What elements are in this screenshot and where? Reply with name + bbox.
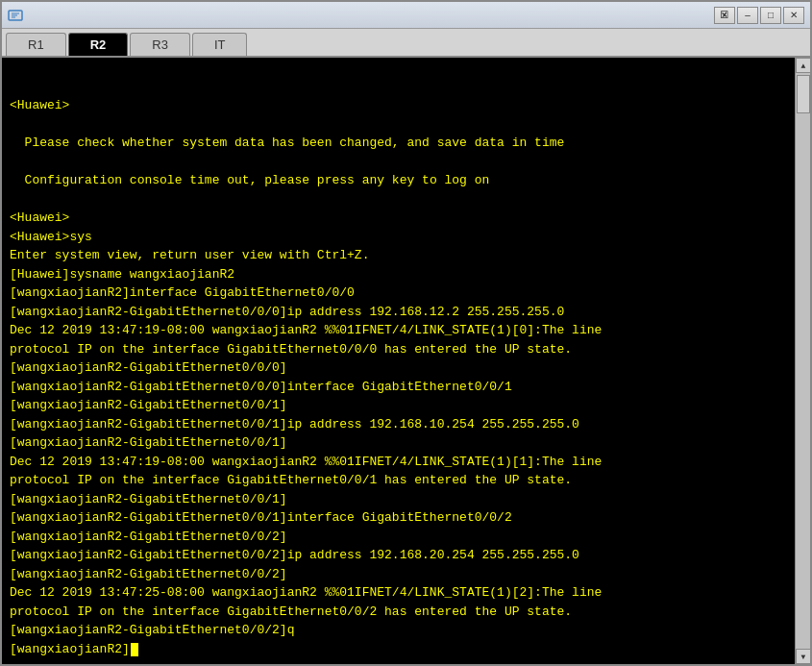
terminal-line: protocol IP on the interface GigabitEthe… <box>10 603 787 622</box>
cursor <box>131 643 138 656</box>
terminal-line: <Huawei> <box>10 209 787 228</box>
terminal-line: protocol IP on the interface GigabitEthe… <box>10 471 787 490</box>
terminal-line: Dec 12 2019 13:47:25-08:00 wangxiaojianR… <box>10 583 787 603</box>
title-bar: 🗷 – □ ✕ <box>2 2 810 29</box>
tab-bar: R1 R2 R3 IT <box>2 29 810 58</box>
terminal-line: [wangxiaojianR2-GigabitEthernet0/0/1] <box>10 433 787 453</box>
terminal-line <box>10 153 787 172</box>
terminal-line: protocol IP on the interface GigabitEthe… <box>10 340 787 359</box>
app-icon <box>8 8 23 23</box>
terminal-line: [wangxiaojianR2-GigabitEthernet0/0/0]ip … <box>10 303 787 322</box>
terminal-line: [wangxiaojianR2-GigabitEthernet0/0/2] <box>10 528 787 547</box>
terminal-line: [wangxiaojianR2-GigabitEthernet0/0/1] <box>10 396 787 415</box>
terminal-line: [wangxiaojianR2-GigabitEthernet0/0/2]ip … <box>10 546 787 565</box>
terminal-line: [Huawei]sysname wangxiaojianR2 <box>10 265 787 284</box>
terminal-line: <Huawei>sys <box>10 228 787 247</box>
terminal-line: Dec 12 2019 13:47:19-08:00 wangxiaojianR… <box>10 453 787 472</box>
main-window: 🗷 – □ ✕ R1 R2 R3 IT <Huawei> Please chec… <box>0 0 812 666</box>
terminal-line: [wangxiaojianR2-GigabitEthernet0/0/1]int… <box>10 508 787 528</box>
title-buttons: 🗷 – □ ✕ <box>714 7 804 24</box>
terminal-line: [wangxiaojianR2-GigabitEthernet0/0/0] <box>10 358 787 378</box>
terminal-line: [wangxiaojianR2-GigabitEthernet0/0/0]int… <box>10 378 787 397</box>
terminal-line: [wangxiaojianR2]interface GigabitEtherne… <box>10 284 787 303</box>
terminal-output[interactable]: <Huawei> Please check whether system dat… <box>2 58 795 664</box>
terminal-line: Please check whether system data has bee… <box>10 134 787 153</box>
terminal-line: Configuration console time out, please p… <box>10 171 787 190</box>
tab-r2[interactable]: R2 <box>68 33 129 56</box>
scroll-up-button[interactable]: ▲ <box>796 58 810 73</box>
tab-it[interactable]: IT <box>192 33 248 56</box>
terminal-line: [wangxiaojianR2-GigabitEthernet0/0/2]q <box>10 621 787 640</box>
terminal-line: [wangxiaojianR2] <box>10 640 787 659</box>
tab-r1[interactable]: R1 <box>6 33 66 56</box>
scroll-down-button[interactable]: ▼ <box>796 649 810 664</box>
terminal-line: Enter system view, return user view with… <box>10 246 787 265</box>
terminal-line <box>10 115 787 135</box>
tab-r3[interactable]: R3 <box>130 33 190 56</box>
scroll-thumb[interactable] <box>797 75 810 113</box>
terminal-line: [wangxiaojianR2-GigabitEthernet0/0/1]ip … <box>10 415 787 434</box>
terminal-line: <Huawei> <box>10 96 787 115</box>
close-button[interactable]: ✕ <box>783 7 804 24</box>
scrollbar[interactable]: ▲ ▼ <box>795 58 810 664</box>
terminal-line: Dec 12 2019 13:47:19-08:00 wangxiaojianR… <box>10 321 787 340</box>
terminal-container: <Huawei> Please check whether system dat… <box>2 58 810 664</box>
terminal-line: [wangxiaojianR2-GigabitEthernet0/0/1] <box>10 490 787 509</box>
terminal-line <box>10 190 787 210</box>
minimize-button[interactable]: – <box>737 7 758 24</box>
maximize-button[interactable]: □ <box>760 7 781 24</box>
terminal-line: [wangxiaojianR2-GigabitEthernet0/0/2] <box>10 565 787 584</box>
title-bar-left <box>8 8 29 23</box>
scroll-track[interactable] <box>796 73 810 649</box>
restore-button[interactable]: 🗷 <box>714 7 735 24</box>
